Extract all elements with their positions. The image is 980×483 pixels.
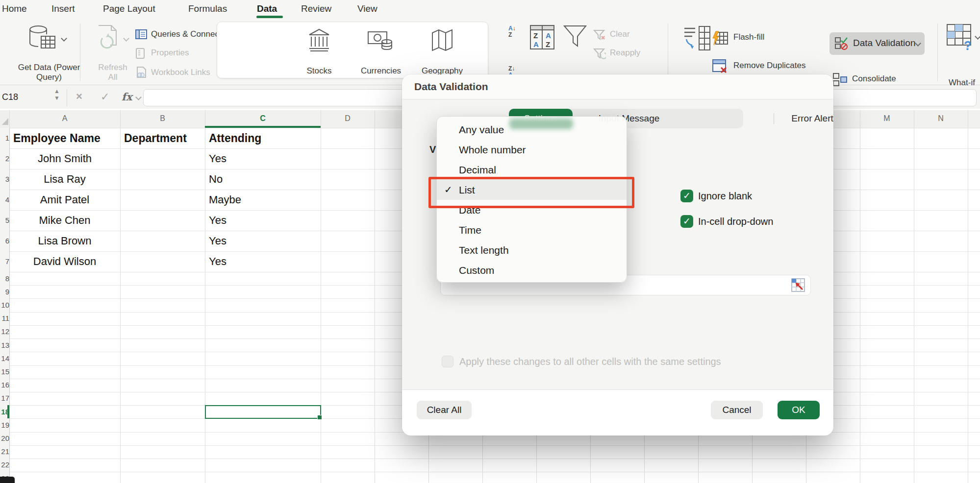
clear-all-button[interactable]: Clear All — [417, 401, 472, 419]
remove-duplicates-button[interactable]: Remove Duplicates — [712, 59, 729, 74]
cell[interactable]: Yes — [205, 148, 325, 169]
geography-button[interactable]: Geography — [419, 26, 466, 74]
cell[interactable]: David Wilson — [9, 251, 120, 272]
selected-cell[interactable] — [205, 405, 321, 419]
svg-text:Z: Z — [533, 31, 538, 40]
currencies-button[interactable]: Currencies — [357, 26, 404, 74]
menu-item-whole-number[interactable]: Whole number — [437, 140, 627, 160]
consolidate-button[interactable]: Consolidate — [832, 72, 848, 88]
cell[interactable]: Amit Patel — [9, 190, 120, 210]
dialog-footer: Clear All Cancel OK — [402, 389, 833, 435]
insert-function-icon[interactable]: fx — [122, 91, 132, 103]
filter-funnel-icon — [563, 24, 587, 50]
chevron-down-icon — [61, 35, 67, 42]
cell[interactable]: Lisa Brown — [9, 231, 120, 251]
sort-ascending-button[interactable]: A↓Z — [508, 25, 524, 44]
menu-item-time[interactable]: Time — [437, 220, 627, 240]
tab-page-layout[interactable]: Page Layout — [103, 3, 155, 14]
filter-button[interactable]: Filter — [560, 23, 589, 81]
refresh-icon — [96, 24, 121, 53]
text-to-columns-icon — [683, 25, 711, 52]
tab-data[interactable]: Data — [257, 3, 277, 14]
cell[interactable]: Mike Chen — [9, 210, 120, 231]
name-box[interactable]: C18 — [2, 92, 18, 102]
stocks-bank-icon — [307, 28, 331, 52]
clear-filter-label: Clear — [610, 29, 630, 39]
flash-fill-label: Flash-fill — [733, 32, 764, 42]
consolidate-label: Consolidate — [852, 74, 896, 84]
cell[interactable]: Employee Name — [9, 128, 124, 148]
cell[interactable]: John Smith — [9, 148, 120, 169]
reapply-filter-button[interactable]: Reapply — [593, 48, 606, 60]
queries-connections-button[interactable]: Queries & Connections — [135, 29, 147, 41]
get-data-button[interactable]: Get Data (PowerQuery) — [20, 23, 78, 81]
cell[interactable]: Maybe — [205, 190, 325, 210]
properties-label: Properties — [151, 48, 189, 58]
checkbox-checked-icon: ✓ — [680, 190, 693, 202]
menu-item-label: Time — [459, 220, 481, 240]
tab-formulas[interactable]: Formulas — [188, 3, 227, 14]
selected-row-accent — [7, 405, 9, 418]
remove-duplicates-icon — [712, 59, 729, 74]
workbook-links-icon — [135, 67, 147, 78]
cancel-button[interactable]: Cancel — [711, 401, 763, 419]
cell[interactable]: Attending — [205, 128, 325, 148]
properties-button[interactable]: Properties — [135, 48, 146, 60]
chevron-down-icon — [915, 40, 921, 47]
cancel-entry-icon[interactable]: × — [76, 90, 82, 103]
refresh-all-button[interactable]: RefreshAll — [91, 23, 135, 81]
ok-button[interactable]: OK — [778, 401, 820, 419]
menu-item-label: Whole number — [459, 140, 526, 160]
cell[interactable]: No — [205, 169, 325, 190]
tab-view[interactable]: View — [357, 3, 377, 14]
tab-insert[interactable]: Insert — [51, 3, 75, 14]
ignore-blank-label: Ignore blank — [698, 191, 752, 202]
workbook-links-button[interactable]: Workbook Links — [135, 67, 147, 78]
remove-duplicates-label: Remove Duplicates — [733, 61, 805, 71]
excel-window: Home Insert Page Layout Formulas Data Re… — [0, 0, 980, 483]
what-if-analysis-button[interactable]: ? What-ifAnalysis — [944, 23, 980, 86]
name-box-spinner[interactable]: ▲▼ — [54, 88, 60, 101]
range-picker-icon[interactable] — [791, 278, 805, 292]
reapply-filter-icon — [593, 48, 606, 60]
cell[interactable]: Department — [120, 128, 209, 148]
list-option-highlight-annotation — [428, 177, 634, 208]
clear-filter-button[interactable]: Clear — [593, 29, 606, 41]
group-separator — [668, 24, 668, 81]
cell[interactable]: Yes — [205, 251, 325, 272]
cell[interactable]: Yes — [205, 210, 325, 231]
dialog-tab-error-alert[interactable]: Error Alert — [774, 109, 851, 128]
menu-item-text-length[interactable]: Text length — [437, 240, 627, 260]
stocks-label: Stocks — [296, 66, 343, 76]
data-types-gallery: Stocks Currencies Geography — [217, 22, 488, 78]
clear-filter-icon — [593, 29, 606, 41]
menu-item-label: Custom — [459, 260, 494, 280]
tab-home[interactable]: Home — [2, 3, 27, 14]
sort-icon: Z A A Z — [529, 24, 555, 50]
currencies-icon — [367, 30, 395, 52]
flash-fill-button[interactable]: Flash-fill — [712, 30, 729, 46]
in-cell-dropdown-label: In-cell drop-down — [698, 216, 773, 227]
cell[interactable]: Lisa Ray — [9, 169, 120, 190]
divider — [67, 89, 67, 106]
data-validation-label: Data Validation — [853, 38, 915, 48]
active-tab-underline — [256, 16, 283, 18]
menu-item-custom[interactable]: Custom — [437, 260, 627, 280]
menu-item-any-value[interactable]: Any value — [437, 120, 627, 140]
confirm-entry-icon[interactable]: ✓ — [101, 91, 109, 103]
tab-review[interactable]: Review — [301, 3, 331, 14]
menu-item-label: Text length — [459, 240, 509, 260]
validation-criteria-label-fragment: V — [429, 144, 436, 155]
currencies-label: Currencies — [357, 66, 404, 76]
fill-handle[interactable] — [317, 415, 322, 420]
properties-icon — [135, 48, 146, 59]
data-validation-button[interactable]: Data Validation — [829, 32, 925, 55]
stocks-button[interactable]: Stocks — [296, 26, 343, 74]
cell[interactable]: Yes — [205, 231, 325, 251]
geography-map-icon — [431, 29, 453, 52]
svg-text:?: ? — [964, 38, 972, 51]
selected-column-underline — [205, 126, 321, 128]
chevron-down-icon — [123, 35, 129, 42]
checkbox-checked-icon: ✓ — [680, 215, 693, 228]
sort-button[interactable]: Z A A Z Sort — [527, 23, 558, 81]
